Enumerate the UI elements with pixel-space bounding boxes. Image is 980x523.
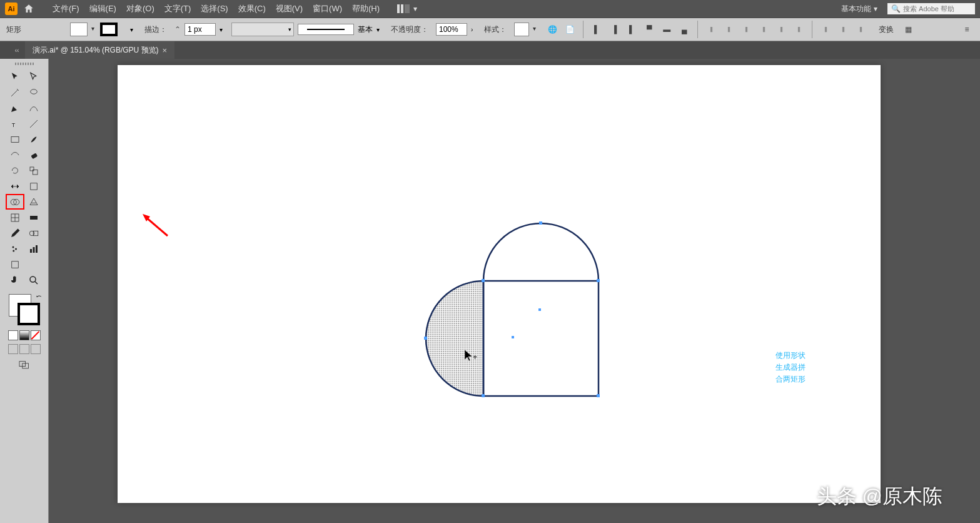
stroke-color[interactable] xyxy=(100,23,118,36)
lasso-tool-icon[interactable] xyxy=(24,84,43,100)
left-arc-shape[interactable] xyxy=(426,281,483,396)
shaper-tool-icon[interactable] xyxy=(6,147,24,163)
symbol-sprayer-tool-icon[interactable] xyxy=(6,241,24,256)
menu-effect[interactable]: 效果(C) xyxy=(233,1,271,17)
menu-type[interactable]: 文字(T) xyxy=(159,1,196,17)
menu-view[interactable]: 视图(V) xyxy=(271,1,308,17)
brush-tool-icon[interactable] xyxy=(24,131,43,147)
handle[interactable] xyxy=(424,337,427,340)
opacity-input[interactable] xyxy=(436,23,467,36)
fill-color[interactable] xyxy=(70,23,88,36)
dist-2-icon[interactable]: ⦀ xyxy=(722,23,735,36)
dist-4-icon[interactable]: ⦀ xyxy=(757,23,770,36)
close-icon[interactable]: × xyxy=(163,46,168,55)
handle[interactable] xyxy=(597,279,600,282)
dist-3-icon[interactable]: ⦀ xyxy=(739,23,753,36)
line-tool-icon[interactable] xyxy=(24,116,43,131)
menu-select[interactable]: 选择(S) xyxy=(196,1,233,17)
search-box[interactable]: 🔍 xyxy=(887,3,975,14)
panel-grip[interactable] xyxy=(15,63,34,65)
layout-icon[interactable]: ▾ xyxy=(397,4,417,13)
align-hcenter-icon[interactable]: ▐ xyxy=(607,23,621,36)
home-icon[interactable] xyxy=(23,3,35,15)
gradient-tool-icon[interactable] xyxy=(24,210,43,225)
gradient-mode-icon[interactable] xyxy=(19,330,29,340)
artboard[interactable]: + 使用形状 生成器拼 合两矩形 xyxy=(118,65,881,503)
pen-tool-icon[interactable] xyxy=(6,100,24,116)
artboard-tool-icon[interactable] xyxy=(6,256,24,272)
handle[interactable] xyxy=(597,394,600,397)
draw-inside-icon[interactable] xyxy=(31,344,41,354)
menu-object[interactable]: 对象(O) xyxy=(121,1,159,17)
slice-tool-icon[interactable] xyxy=(24,256,43,272)
stroke-style-preview[interactable] xyxy=(298,24,354,35)
direct-selection-tool-icon[interactable] xyxy=(24,69,43,84)
magic-wand-tool-icon[interactable] xyxy=(6,84,24,100)
transform-icon[interactable]: ▦ xyxy=(901,23,915,36)
handle[interactable] xyxy=(482,279,485,282)
hand-tool-icon[interactable] xyxy=(6,272,24,288)
shape-builder-tool-icon[interactable] xyxy=(6,194,24,210)
screen-mode-icon[interactable] xyxy=(18,360,31,372)
mesh-tool-icon[interactable] xyxy=(6,210,24,225)
collapse-icon[interactable]: ‹‹ xyxy=(13,45,21,55)
align-right-icon[interactable]: ▌ xyxy=(625,23,639,36)
canvas-area[interactable]: + 使用形状 生成器拼 合两矩形 xyxy=(49,59,980,523)
color-mode-icon[interactable] xyxy=(8,330,18,340)
workspace-selector[interactable]: 基本功能▾ xyxy=(836,3,882,16)
style-label: 样式： xyxy=(484,24,507,35)
dist-sp3-icon[interactable]: ⦀ xyxy=(854,23,867,36)
style-swatch[interactable] xyxy=(514,23,529,36)
panel-menu-icon[interactable]: ≡ xyxy=(960,23,974,36)
align-left-icon[interactable]: ▌ xyxy=(590,23,604,36)
dist-sp1-icon[interactable]: ⦀ xyxy=(819,23,832,36)
fill-stroke-control[interactable]: ⤺ xyxy=(9,294,40,325)
zoom-tool-icon[interactable] xyxy=(24,272,43,288)
free-transform-tool-icon[interactable] xyxy=(24,178,43,194)
handle[interactable] xyxy=(539,221,542,225)
type-tool-icon[interactable]: T xyxy=(6,116,24,131)
stroke-width-input[interactable] xyxy=(184,23,216,36)
dist-5-icon[interactable]: ⦀ xyxy=(774,23,788,36)
square-shape[interactable] xyxy=(483,281,599,396)
tools-panel: T xyxy=(0,59,49,523)
stroke-profile[interactable] xyxy=(231,23,294,36)
dist-6-icon[interactable]: ⦀ xyxy=(792,23,806,36)
dist-sp2-icon[interactable]: ⦀ xyxy=(836,23,850,36)
top-arc-shape[interactable] xyxy=(483,223,599,281)
stroke-dd[interactable]: ▾ xyxy=(220,26,223,33)
menu-file[interactable]: 文件(F) xyxy=(48,1,84,17)
scale-tool-icon[interactable] xyxy=(24,163,43,178)
menu-edit[interactable]: 编辑(E) xyxy=(84,1,121,17)
dist-1-icon[interactable]: ⦀ xyxy=(704,23,718,36)
draw-behind-icon[interactable] xyxy=(19,344,29,354)
draw-normal-icon[interactable] xyxy=(8,344,18,354)
document-tab[interactable]: 演示.ai* @ 151.04% (RGB/GPU 预览) × xyxy=(25,41,174,59)
swap-icon[interactable]: ⤺ xyxy=(36,293,41,300)
menu-help[interactable]: 帮助(H) xyxy=(347,1,385,17)
graph-tool-icon[interactable] xyxy=(24,241,43,256)
doc-setup-icon[interactable]: 📄 xyxy=(563,23,577,36)
tab-bar: ‹‹ 演示.ai* @ 151.04% (RGB/GPU 预览) × xyxy=(0,41,980,59)
search-input[interactable] xyxy=(903,5,971,13)
stroke-swatch[interactable] xyxy=(18,303,40,325)
width-tool-icon[interactable] xyxy=(6,178,24,194)
align-top-icon[interactable]: ▀ xyxy=(642,23,656,36)
handle[interactable] xyxy=(482,394,485,397)
none-mode-icon[interactable] xyxy=(31,330,41,340)
blend-tool-icon[interactable] xyxy=(24,225,43,241)
globe-icon[interactable]: 🌐 xyxy=(545,23,559,36)
align-vcenter-icon[interactable]: ▬ xyxy=(660,23,674,36)
align-bottom-icon[interactable]: ▄ xyxy=(677,23,691,36)
canvas-shapes[interactable]: + xyxy=(424,221,624,422)
eraser-tool-icon[interactable] xyxy=(24,147,43,163)
stroke-stepper-down[interactable]: ⌃ xyxy=(174,25,181,34)
menu-window[interactable]: 窗口(W) xyxy=(308,1,347,17)
eyedropper-tool-icon[interactable] xyxy=(6,225,24,241)
transform-label[interactable]: 变换 xyxy=(879,24,894,35)
selection-tool-icon[interactable] xyxy=(6,69,24,84)
curvature-tool-icon[interactable] xyxy=(24,100,43,116)
rotate-tool-icon[interactable] xyxy=(6,163,24,178)
perspective-tool-icon[interactable] xyxy=(24,194,43,210)
rectangle-tool-icon[interactable] xyxy=(6,131,24,147)
